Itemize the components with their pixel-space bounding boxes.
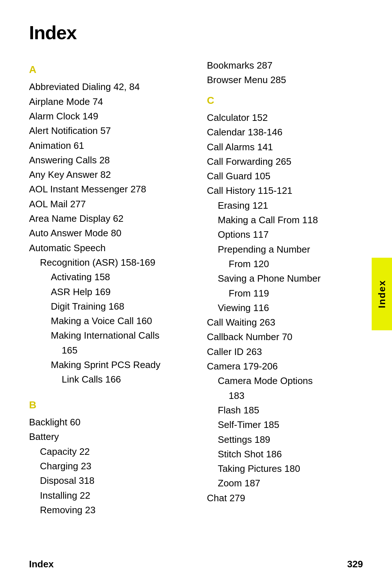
section-letter-c: C <box>207 93 363 108</box>
list-item: Flash 185 <box>207 403 363 417</box>
section-b-items: Backlight 60 Battery Capacity 22 Chargin… <box>29 415 185 517</box>
list-item: Self-Timer 185 <box>207 417 363 432</box>
section-letter-a: A <box>29 62 185 77</box>
list-item: Prepending a Number <box>207 242 363 257</box>
list-item: Capacity 22 <box>29 444 185 459</box>
list-item: Recognition (ASR) 158-169 <box>29 255 185 270</box>
list-item: Taking Pictures 180 <box>207 461 363 476</box>
section-letter-b: B <box>29 397 185 413</box>
list-item: Settings 189 <box>207 432 363 447</box>
list-item: From 119 <box>207 286 363 301</box>
left-column: A Abbreviated Dialing 42, 84 Airplane Mo… <box>29 58 185 517</box>
section-a-items: Abbreviated Dialing 42, 84 Airplane Mode… <box>29 79 185 387</box>
list-item: ASR Help 169 <box>29 285 185 299</box>
list-item: Area Name Display 62 <box>29 211 185 226</box>
footer-page-number: 329 <box>347 559 363 570</box>
list-item: 183 <box>207 388 363 403</box>
list-item: Zoom 187 <box>207 476 363 490</box>
list-item: Calendar 138-146 <box>207 125 363 139</box>
list-item: Installing 22 <box>29 488 185 503</box>
list-item: Answering Calls 28 <box>29 153 185 167</box>
right-column: Bookmarks 287 Browser Menu 285 C Calcula… <box>207 58 363 517</box>
list-item: Caller ID 263 <box>207 344 363 359</box>
list-item: AOL Mail 277 <box>29 197 185 211</box>
list-item: AOL Instant Messenger 278 <box>29 182 185 196</box>
list-item: Disposal 318 <box>29 473 185 488</box>
page-title: Index <box>29 22 363 44</box>
list-item: Camera Mode Options <box>207 373 363 388</box>
list-item: Call Alarms 141 <box>207 140 363 154</box>
list-item: Link Calls 166 <box>29 372 185 387</box>
list-item: Making a Call From 118 <box>207 213 363 227</box>
list-item: Backlight 60 <box>29 415 185 429</box>
list-item: Making Sprint PCS Ready <box>29 358 185 372</box>
list-item: Airplane Mode 74 <box>29 94 185 109</box>
list-item: Call History 115-121 <box>207 183 363 198</box>
list-item: Battery <box>29 429 185 444</box>
page-container: Index A Abbreviated Dialing 42, 84 Airpl… <box>0 0 392 588</box>
list-item: Animation 61 <box>29 138 185 153</box>
list-item: Any Key Answer 82 <box>29 167 185 182</box>
list-item: Camera 179-206 <box>207 359 363 373</box>
list-item: Callback Number 70 <box>207 330 363 344</box>
list-item: Stitch Shot 186 <box>207 447 363 461</box>
list-item: Options 117 <box>207 227 363 242</box>
list-item: Saving a Phone Number <box>207 271 363 286</box>
side-tab: Index <box>372 258 392 330</box>
content-columns: A Abbreviated Dialing 42, 84 Airplane Mo… <box>29 58 363 517</box>
list-item: Making a Voice Call 160 <box>29 314 185 328</box>
list-item: Viewing 116 <box>207 301 363 315</box>
list-item: Digit Training 168 <box>29 299 185 314</box>
list-item: Call Waiting 263 <box>207 315 363 330</box>
list-item: Chat 279 <box>207 491 363 505</box>
list-item: 165 <box>29 343 185 358</box>
top-items: Bookmarks 287 Browser Menu 285 <box>207 58 363 87</box>
list-item: Abbreviated Dialing 42, 84 <box>29 79 185 94</box>
list-item: Auto Answer Mode 80 <box>29 226 185 240</box>
section-c-items: Calculator 152 Calendar 138-146 Call Ala… <box>207 110 363 505</box>
list-item: Browser Menu 285 <box>207 73 363 87</box>
list-item: Activating 158 <box>29 270 185 284</box>
list-item: Making International Calls <box>29 328 185 343</box>
list-item: Erasing 121 <box>207 198 363 213</box>
list-item: Alarm Clock 149 <box>29 109 185 123</box>
side-tab-label: Index <box>376 280 388 308</box>
list-item: Removing 23 <box>29 503 185 517</box>
list-item: Call Forwarding 265 <box>207 154 363 169</box>
list-item: Charging 23 <box>29 459 185 473</box>
list-item: From 120 <box>207 257 363 271</box>
page-footer: Index 329 <box>0 559 392 570</box>
list-item: Call Guard 105 <box>207 169 363 183</box>
list-item: Alert Notification 57 <box>29 123 185 138</box>
list-item: Bookmarks 287 <box>207 58 363 73</box>
footer-left-label: Index <box>29 559 54 570</box>
list-item: Automatic Speech <box>29 241 185 255</box>
list-item: Calculator 152 <box>207 110 363 125</box>
